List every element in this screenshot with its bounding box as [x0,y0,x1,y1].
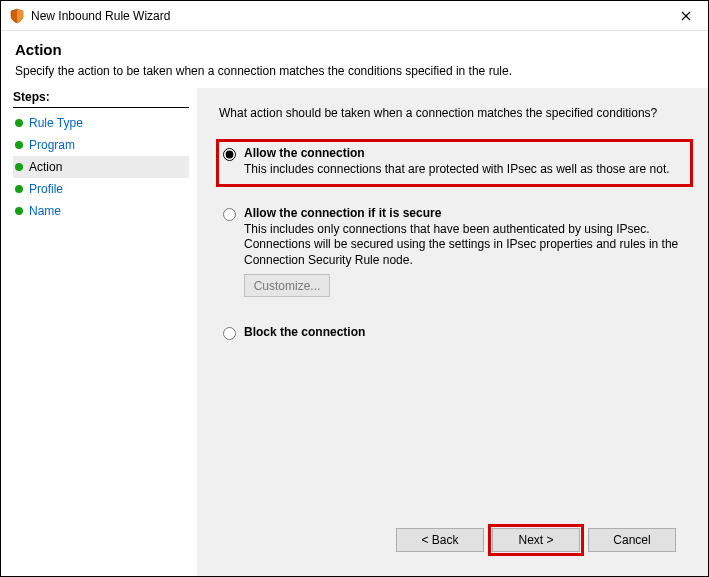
radio-allow[interactable] [223,148,236,161]
step-item-action[interactable]: Action [13,156,189,178]
option-allow[interactable]: Allow the connectionThis includes connec… [219,142,690,184]
bullet-icon [15,141,23,149]
page-header: Action Specify the action to be taken wh… [1,31,708,88]
step-item-program[interactable]: Program [13,134,189,156]
back-button[interactable]: < Back [396,528,484,552]
step-label: Program [29,138,75,152]
option-title: Block the connection [244,325,684,339]
option-desc: This includes only connections that have… [244,222,684,269]
bullet-icon [15,185,23,193]
app-icon [9,8,25,24]
content-pane: What action should be taken when a conne… [197,88,708,576]
question-text: What action should be taken when a conne… [219,106,690,120]
steps-sidebar: Steps: Rule TypeProgramActionProfileName [1,88,197,576]
close-button[interactable] [663,1,708,31]
step-item-profile[interactable]: Profile [13,178,189,200]
option-title: Allow the connection if it is secure [244,206,684,220]
option-block[interactable]: Block the connection [219,321,690,347]
steps-heading: Steps: [13,88,189,108]
bullet-icon [15,207,23,215]
step-label: Profile [29,182,63,196]
option-allow_secure[interactable]: Allow the connection if it is secureThis… [219,202,690,304]
next-button[interactable]: Next > [492,528,580,552]
window-title: New Inbound Rule Wizard [31,9,663,23]
step-label: Action [29,160,62,174]
page-subtitle: Specify the action to be taken when a co… [15,64,694,78]
step-item-name[interactable]: Name [13,200,189,222]
step-label: Name [29,204,61,218]
step-label: Rule Type [29,116,83,130]
bullet-icon [15,119,23,127]
radio-block[interactable] [223,327,236,340]
radio-allow_secure[interactable] [223,208,236,221]
cancel-button[interactable]: Cancel [588,528,676,552]
option-desc: This includes connections that are prote… [244,162,684,178]
titlebar: New Inbound Rule Wizard [1,1,708,31]
customize-button: Customize... [244,274,330,297]
option-title: Allow the connection [244,146,684,160]
wizard-footer: < Back Next > Cancel [219,518,690,566]
bullet-icon [15,163,23,171]
page-title: Action [15,41,694,58]
step-item-rule-type[interactable]: Rule Type [13,112,189,134]
